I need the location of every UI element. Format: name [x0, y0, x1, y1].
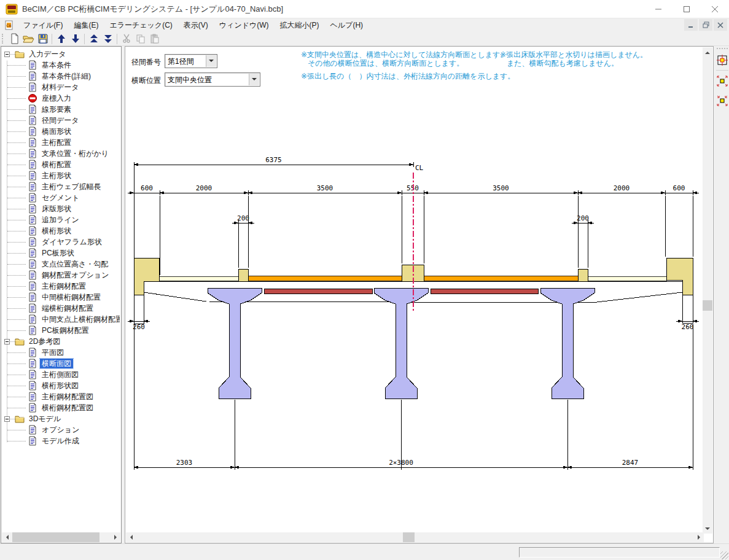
tree-item-label[interactable]: 端横桁鋼材配置 — [40, 303, 95, 313]
tree-hscrollbar[interactable] — [2, 532, 120, 542]
canvas-scroll-down-button[interactable] — [703, 524, 712, 534]
tree-item-label[interactable]: 入力データ — [27, 49, 68, 59]
tree-item-28[interactable]: 横断面図 — [2, 358, 120, 369]
tree-item-2[interactable]: 基本条件(詳細) — [2, 71, 120, 82]
tree-item-label[interactable]: オプション — [40, 425, 81, 435]
tree-item-9[interactable]: 支承位置・桁がかり — [2, 148, 120, 159]
tree-item-27[interactable]: 平面図 — [2, 347, 120, 358]
tree-item-10[interactable]: 横桁配置 — [2, 159, 120, 170]
tree-expander-icon[interactable] — [4, 416, 10, 422]
maximize-button[interactable] — [672, 0, 701, 18]
tree-item-6[interactable]: 径間データ — [2, 115, 120, 126]
menu-item-3[interactable]: 表示(V) — [178, 18, 214, 32]
canvas-scroll-up-button[interactable] — [703, 47, 712, 57]
menu-item-1[interactable]: 編集(E) — [68, 18, 104, 32]
tree-item-label[interactable]: 主桁配置 — [40, 138, 73, 147]
tree-item-label[interactable]: PC板鋼材配置 — [40, 325, 91, 335]
tree-item-3[interactable]: 材料データ — [2, 82, 120, 93]
close-button[interactable] — [701, 0, 729, 18]
copy-icon[interactable] — [133, 33, 147, 45]
tree-item-23[interactable]: 端横桁鋼材配置 — [2, 303, 120, 314]
menu-item-2[interactable]: エラーチェック(C) — [104, 18, 177, 32]
move-bottom-icon[interactable] — [101, 33, 115, 45]
tree-item-35[interactable]: モデル作成 — [2, 435, 120, 446]
tree-item-label[interactable]: 座標入力 — [40, 93, 73, 103]
section-position-dropdown-button[interactable] — [249, 74, 259, 85]
tree-item-label[interactable]: 床版形状 — [40, 204, 73, 214]
tree-item-19[interactable]: 支点位置高さ・勾配 — [2, 259, 120, 270]
tree-item-folder-0[interactable]: 入力データ — [2, 49, 120, 60]
tree-item-4[interactable]: 座標入力 — [2, 93, 120, 104]
resize-grip[interactable] — [720, 551, 728, 559]
tree-item-label[interactable]: 中間支点上横桁鋼材配置 — [40, 314, 120, 324]
tree-item-15[interactable]: 追加ライン — [2, 214, 120, 225]
zoom-in-icon[interactable] — [715, 72, 729, 90]
tree-item-label[interactable]: 材料データ — [40, 82, 81, 92]
tree-item-25[interactable]: PC板鋼材配置 — [2, 325, 120, 336]
tree-item-label[interactable]: 中間横桁鋼材配置 — [40, 292, 103, 302]
mdi-restore-button[interactable] — [699, 19, 712, 31]
tree-item-13[interactable]: セグメント — [2, 192, 120, 203]
minimize-button[interactable] — [644, 0, 672, 18]
menu-item-6[interactable]: ヘルプ(H) — [325, 18, 369, 32]
tree-item-label[interactable]: モデル作成 — [40, 436, 81, 446]
tree-item-16[interactable]: 横桁形状 — [2, 225, 120, 236]
span-number-select[interactable]: 第1径間 — [165, 54, 217, 68]
tree-item-20[interactable]: 鋼材配置オプション — [2, 270, 120, 281]
tree-scroll-left-button[interactable] — [2, 532, 12, 542]
tree-item-label[interactable]: 横桁配置 — [40, 160, 73, 169]
tree-item-label[interactable]: セグメント — [40, 193, 81, 203]
tree-item-label[interactable]: 線形要素 — [40, 104, 73, 114]
tree-item-label[interactable]: 3Dモデル — [27, 414, 63, 424]
save-file-icon[interactable] — [36, 33, 50, 45]
canvas-scroll-left-button[interactable] — [126, 532, 136, 542]
tree-item-1[interactable]: 基本条件 — [2, 60, 120, 71]
tree-item-label[interactable]: 径間データ — [40, 115, 81, 125]
canvas-vscrollbar[interactable] — [703, 47, 712, 534]
canvas-scroll-right-button[interactable] — [694, 532, 704, 542]
tree-item-label[interactable]: 追加ライン — [40, 215, 81, 225]
tree-item-label[interactable]: 主桁ウェブ拡幅長 — [40, 182, 103, 192]
tree-item-label[interactable]: PC板形状 — [40, 248, 76, 258]
tree-item-label[interactable]: 鋼材配置オプション — [40, 270, 111, 280]
tree-item-label[interactable]: 横桁形状図 — [40, 381, 80, 391]
move-down-icon[interactable] — [68, 33, 82, 45]
menu-item-5[interactable]: 拡大縮小(P) — [275, 18, 325, 32]
tree-item-label[interactable]: 平面図 — [40, 348, 66, 357]
tree-item-label[interactable]: 主桁鋼材配置 — [40, 281, 88, 291]
tree-expander-icon[interactable] — [4, 52, 10, 57]
tree-expander-icon[interactable] — [4, 339, 10, 344]
move-up-icon[interactable] — [54, 33, 68, 45]
toolbar-grip[interactable] — [2, 34, 5, 44]
canvas-hscroll-thumb[interactable] — [403, 532, 415, 542]
open-file-icon[interactable] — [21, 33, 36, 45]
tree-item-22[interactable]: 中間横桁鋼材配置 — [2, 292, 120, 303]
tree-item-21[interactable]: 主桁鋼材配置 — [2, 281, 120, 292]
menu-item-0[interactable]: ファイル(F) — [18, 18, 68, 32]
tree-item-31[interactable]: 主桁鋼材配置図 — [2, 391, 120, 402]
tree-item-8[interactable]: 主桁配置 — [2, 137, 120, 148]
tree-item-label[interactable]: 主桁鋼材配置図 — [40, 392, 95, 402]
tree-item-14[interactable]: 床版形状 — [2, 203, 120, 214]
tree-item-folder-33[interactable]: 3Dモデル — [2, 413, 120, 424]
move-top-icon[interactable] — [87, 33, 101, 45]
mdi-close-button[interactable] — [714, 19, 727, 31]
tree-item-label[interactable]: 基本条件 — [40, 60, 73, 70]
tree-item-29[interactable]: 主桁側面図 — [2, 369, 120, 380]
new-file-icon[interactable] — [7, 33, 21, 45]
section-position-select[interactable]: 支間中央位置 — [165, 72, 260, 87]
span-number-dropdown-button[interactable] — [206, 55, 216, 67]
tree-item-30[interactable]: 横桁形状図 — [2, 380, 120, 391]
tree-item-11[interactable]: 主桁形状 — [2, 170, 120, 181]
zoom-out-icon[interactable] — [715, 92, 729, 109]
tree-item-34[interactable]: オプション — [2, 424, 120, 435]
tree-item-label[interactable]: 橋面形状 — [40, 126, 73, 136]
fit-extents-icon[interactable] — [715, 52, 729, 69]
tree-item-label[interactable]: 主桁形状 — [40, 171, 73, 181]
tree-item-label[interactable]: 支点位置高さ・勾配 — [40, 259, 110, 269]
tree-item-12[interactable]: 主桁ウェブ拡幅長 — [2, 181, 120, 192]
tree-item-label[interactable]: 2D参考図 — [27, 336, 62, 346]
canvas-hscrollbar[interactable] — [126, 532, 704, 542]
tree-item-label[interactable]: ダイヤフラム形状 — [40, 237, 104, 247]
tree-item-32[interactable]: 横桁鋼材配置図 — [2, 402, 120, 413]
